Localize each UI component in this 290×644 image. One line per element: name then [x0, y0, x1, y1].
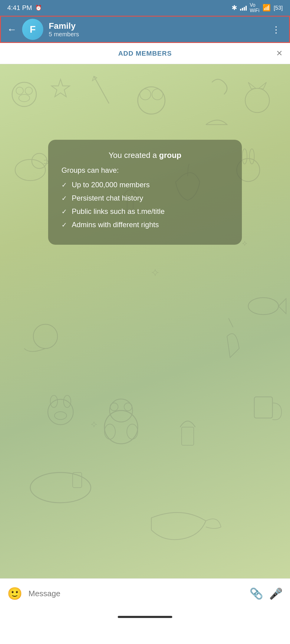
svg-point-31 — [104, 424, 115, 439]
svg-point-23 — [33, 324, 58, 348]
svg-point-21 — [248, 298, 278, 315]
list-item: ✓ Persistent chat history — [61, 194, 229, 202]
svg-text:✦: ✦ — [151, 268, 159, 278]
svg-point-1 — [16, 87, 23, 94]
svg-point-0 — [12, 82, 36, 106]
system-message-card: You created a group Groups can have: ✓ U… — [48, 140, 242, 245]
svg-rect-34 — [182, 427, 194, 445]
add-members-label: ADD MEMBERS — [118, 50, 172, 57]
svg-text:✦: ✦ — [242, 240, 247, 247]
mic-icon: 🎤 — [269, 587, 283, 600]
svg-point-35 — [48, 399, 73, 425]
check-icon: ✓ — [61, 181, 67, 189]
svg-marker-6 — [92, 76, 97, 81]
home-bar — [118, 616, 172, 618]
card-title: You created a group — [61, 151, 229, 160]
more-options-button[interactable]: ⋮ — [269, 22, 283, 37]
time-display: 4:41 PM — [7, 4, 32, 12]
svg-point-19 — [30, 472, 91, 503]
features-list: ✓ Up to 200,000 members ✓ Persistent cha… — [61, 181, 229, 229]
svg-marker-11 — [248, 82, 256, 89]
microphone-button[interactable]: 🎤 — [269, 587, 283, 600]
svg-point-2 — [25, 87, 32, 94]
svg-point-17 — [249, 149, 254, 164]
svg-point-9 — [152, 89, 163, 100]
back-button[interactable]: ← — [7, 24, 17, 35]
svg-point-14 — [32, 153, 47, 168]
svg-point-29 — [110, 403, 118, 411]
svg-point-36 — [50, 395, 58, 407]
svg-point-16 — [242, 149, 247, 164]
svg-marker-12 — [259, 82, 266, 89]
list-item: ✓ Public links such as t.me/title — [61, 207, 229, 216]
svg-line-5 — [94, 76, 109, 103]
svg-point-27 — [104, 410, 138, 444]
svg-point-13 — [15, 159, 45, 181]
svg-point-3 — [19, 94, 30, 102]
battery-indicator: [53] — [274, 5, 283, 11]
group-avatar: F — [22, 19, 43, 40]
svg-text:✦: ✦ — [91, 420, 97, 429]
group-name: Family — [49, 21, 269, 31]
svg-point-28 — [110, 399, 133, 422]
card-subtitle: Groups can have: — [61, 166, 229, 175]
svg-marker-22 — [278, 299, 286, 314]
svg-point-10 — [245, 88, 269, 113]
wifi-icon: 📶 — [262, 4, 271, 12]
check-icon: ✓ — [61, 208, 67, 216]
home-indicator — [0, 609, 290, 625]
bluetooth-icon: ✱ — [232, 4, 237, 12]
chat-background: ✦ ✦ ✦ You created a group G — [0, 64, 290, 578]
message-input[interactable] — [28, 589, 243, 598]
emoji-button[interactable]: 🙂 — [7, 587, 22, 601]
svg-point-38 — [54, 412, 67, 420]
list-item: ✓ Up to 200,000 members — [61, 181, 229, 189]
check-icon: ✓ — [61, 195, 67, 202]
emoji-icon: 🙂 — [7, 587, 22, 600]
svg-point-30 — [124, 403, 132, 411]
status-right: ✱ VoWiFi 📶 [53] — [232, 2, 283, 13]
svg-rect-33 — [254, 397, 272, 418]
message-input-bar: 🙂 🔗 🎤 — [0, 578, 290, 609]
svg-point-7 — [138, 87, 165, 114]
status-bar: 4:41 PM ⏰ ✱ VoWiFi 📶 [53] — [0, 0, 290, 16]
signal-bars — [240, 5, 247, 11]
svg-point-32 — [127, 424, 138, 439]
svg-marker-4 — [51, 79, 70, 97]
list-item: ✓ Admins with different rights — [61, 221, 229, 229]
svg-point-37 — [64, 395, 71, 407]
vo-wifi-label: VoWiFi — [250, 2, 259, 13]
members-count: 5 members — [49, 31, 269, 38]
paperclip-icon: 🔗 — [250, 587, 263, 600]
check-icon: ✓ — [61, 221, 67, 229]
attach-button[interactable]: 🔗 — [247, 584, 265, 603]
status-left: 4:41 PM ⏰ — [7, 4, 42, 12]
chat-header: ← F Family 5 members ⋮ — [0, 16, 290, 43]
close-add-members-button[interactable]: ✕ — [276, 49, 283, 58]
svg-rect-20 — [73, 472, 82, 488]
svg-point-8 — [140, 89, 151, 100]
add-members-bar: ADD MEMBERS ✕ — [0, 43, 290, 64]
header-info: Family 5 members — [49, 21, 269, 38]
alarm-icon: ⏰ — [35, 5, 42, 11]
